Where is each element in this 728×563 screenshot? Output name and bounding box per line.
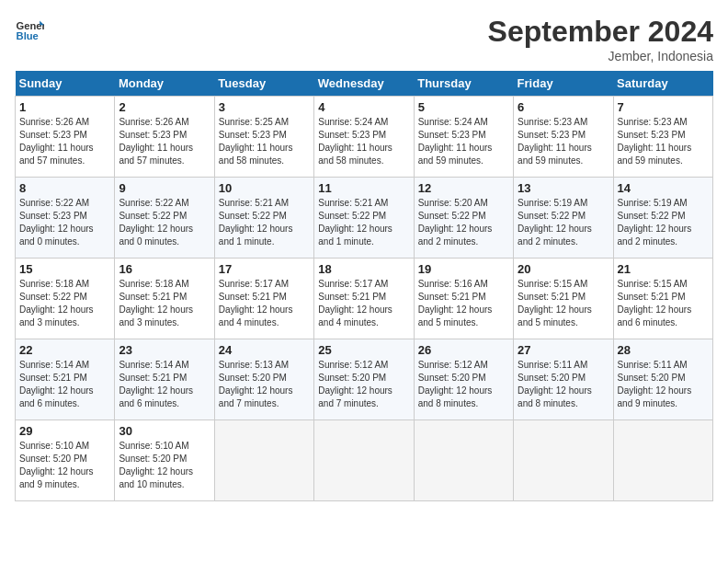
day-number: 6: [518, 100, 609, 114]
calendar-cell: 22Sunrise: 5:14 AMSunset: 5:21 PMDayligh…: [16, 339, 115, 420]
day-info: Sunrise: 5:19 AMSunset: 5:22 PMDaylight:…: [518, 197, 609, 248]
day-info: Sunrise: 5:19 AMSunset: 5:22 PMDaylight:…: [618, 197, 709, 248]
day-info: Sunrise: 5:18 AMSunset: 5:21 PMDaylight:…: [119, 278, 210, 329]
day-info: Sunrise: 5:16 AMSunset: 5:21 PMDaylight:…: [418, 278, 509, 329]
day-header-saturday: Saturday: [613, 71, 712, 97]
day-info: Sunrise: 5:24 AMSunset: 5:23 PMDaylight:…: [318, 116, 409, 167]
logo-icon: General Blue: [15, 15, 44, 44]
month-title: September 2024: [488, 15, 713, 49]
calendar-cell: 2Sunrise: 5:26 AMSunset: 5:23 PMDaylight…: [115, 97, 214, 178]
header: General Blue September 2024 Jember, Indo…: [15, 15, 713, 63]
day-header-friday: Friday: [514, 71, 613, 97]
calendar-cell: 11Sunrise: 5:21 AMSunset: 5:22 PMDayligh…: [314, 178, 414, 259]
day-number: 23: [119, 343, 210, 357]
day-number: 8: [19, 181, 110, 195]
calendar-cell: [314, 420, 414, 501]
day-info: Sunrise: 5:22 AMSunset: 5:23 PMDaylight:…: [19, 197, 110, 248]
day-number: 3: [219, 100, 310, 114]
day-number: 9: [119, 181, 210, 195]
day-number: 1: [19, 100, 110, 114]
day-number: 20: [518, 262, 609, 276]
day-number: 18: [318, 262, 409, 276]
day-header-tuesday: Tuesday: [214, 71, 313, 97]
calendar-table: SundayMondayTuesdayWednesdayThursdayFrid…: [15, 71, 713, 501]
title-area: September 2024 Jember, Indonesia: [488, 15, 713, 63]
calendar-week-2: 8Sunrise: 5:22 AMSunset: 5:23 PMDaylight…: [16, 178, 713, 259]
day-number: 13: [518, 181, 609, 195]
calendar-cell: 5Sunrise: 5:24 AMSunset: 5:23 PMDaylight…: [414, 97, 513, 178]
day-number: 5: [418, 100, 509, 114]
day-info: Sunrise: 5:26 AMSunset: 5:23 PMDaylight:…: [19, 116, 110, 167]
calendar-body: 1Sunrise: 5:26 AMSunset: 5:23 PMDaylight…: [16, 97, 713, 501]
calendar-cell: 1Sunrise: 5:26 AMSunset: 5:23 PMDaylight…: [16, 97, 115, 178]
day-header-monday: Monday: [115, 71, 214, 97]
calendar-cell: 30Sunrise: 5:10 AMSunset: 5:20 PMDayligh…: [115, 420, 214, 501]
day-number: 12: [418, 181, 509, 195]
day-info: Sunrise: 5:17 AMSunset: 5:21 PMDaylight:…: [219, 278, 310, 329]
day-number: 11: [318, 181, 409, 195]
day-number: 7: [618, 100, 709, 114]
logo: General Blue: [15, 15, 44, 44]
calendar-cell: [414, 420, 513, 501]
calendar-cell: 12Sunrise: 5:20 AMSunset: 5:22 PMDayligh…: [414, 178, 513, 259]
day-number: 24: [219, 343, 310, 357]
day-info: Sunrise: 5:22 AMSunset: 5:22 PMDaylight:…: [119, 197, 210, 248]
calendar-cell: 27Sunrise: 5:11 AMSunset: 5:20 PMDayligh…: [514, 339, 613, 420]
day-number: 19: [418, 262, 509, 276]
calendar-cell: 17Sunrise: 5:17 AMSunset: 5:21 PMDayligh…: [214, 259, 313, 339]
calendar-cell: 28Sunrise: 5:11 AMSunset: 5:20 PMDayligh…: [613, 339, 712, 420]
calendar-cell: [613, 420, 712, 501]
svg-text:Blue: Blue: [17, 30, 39, 41]
calendar-cell: 13Sunrise: 5:19 AMSunset: 5:22 PMDayligh…: [514, 178, 613, 259]
calendar-cell: 6Sunrise: 5:23 AMSunset: 5:23 PMDaylight…: [514, 97, 613, 178]
day-info: Sunrise: 5:17 AMSunset: 5:21 PMDaylight:…: [318, 278, 409, 329]
calendar-week-4: 22Sunrise: 5:14 AMSunset: 5:21 PMDayligh…: [16, 339, 713, 420]
day-info: Sunrise: 5:12 AMSunset: 5:20 PMDaylight:…: [418, 359, 509, 410]
calendar-cell: 7Sunrise: 5:23 AMSunset: 5:23 PMDaylight…: [613, 97, 712, 178]
calendar-cell: 26Sunrise: 5:12 AMSunset: 5:20 PMDayligh…: [414, 339, 513, 420]
calendar-week-1: 1Sunrise: 5:26 AMSunset: 5:23 PMDaylight…: [16, 97, 713, 178]
day-number: 14: [618, 181, 709, 195]
day-info: Sunrise: 5:21 AMSunset: 5:22 PMDaylight:…: [219, 197, 310, 248]
calendar-week-3: 15Sunrise: 5:18 AMSunset: 5:22 PMDayligh…: [16, 259, 713, 339]
calendar-cell: 24Sunrise: 5:13 AMSunset: 5:20 PMDayligh…: [214, 339, 313, 420]
day-info: Sunrise: 5:21 AMSunset: 5:22 PMDaylight:…: [318, 197, 409, 248]
day-info: Sunrise: 5:26 AMSunset: 5:23 PMDaylight:…: [119, 116, 210, 167]
calendar-cell: 14Sunrise: 5:19 AMSunset: 5:22 PMDayligh…: [613, 178, 712, 259]
calendar-header-row: SundayMondayTuesdayWednesdayThursdayFrid…: [16, 71, 713, 97]
day-number: 17: [219, 262, 310, 276]
calendar-cell: 10Sunrise: 5:21 AMSunset: 5:22 PMDayligh…: [214, 178, 313, 259]
day-info: Sunrise: 5:12 AMSunset: 5:20 PMDaylight:…: [318, 359, 409, 410]
day-info: Sunrise: 5:15 AMSunset: 5:21 PMDaylight:…: [618, 278, 709, 329]
day-header-thursday: Thursday: [414, 71, 513, 97]
day-info: Sunrise: 5:15 AMSunset: 5:21 PMDaylight:…: [518, 278, 609, 329]
calendar-cell: 18Sunrise: 5:17 AMSunset: 5:21 PMDayligh…: [314, 259, 414, 339]
calendar-cell: [214, 420, 313, 501]
day-info: Sunrise: 5:18 AMSunset: 5:22 PMDaylight:…: [19, 278, 110, 329]
calendar-cell: 4Sunrise: 5:24 AMSunset: 5:23 PMDaylight…: [314, 97, 414, 178]
day-number: 29: [19, 424, 110, 438]
day-info: Sunrise: 5:11 AMSunset: 5:20 PMDaylight:…: [618, 359, 709, 410]
day-number: 27: [518, 343, 609, 357]
day-info: Sunrise: 5:23 AMSunset: 5:23 PMDaylight:…: [618, 116, 709, 167]
day-number: 21: [618, 262, 709, 276]
calendar-week-5: 29Sunrise: 5:10 AMSunset: 5:20 PMDayligh…: [16, 420, 713, 501]
calendar-cell: 25Sunrise: 5:12 AMSunset: 5:20 PMDayligh…: [314, 339, 414, 420]
calendar-cell: 15Sunrise: 5:18 AMSunset: 5:22 PMDayligh…: [16, 259, 115, 339]
day-info: Sunrise: 5:14 AMSunset: 5:21 PMDaylight:…: [19, 359, 110, 410]
day-number: 30: [119, 424, 210, 438]
day-info: Sunrise: 5:25 AMSunset: 5:23 PMDaylight:…: [219, 116, 310, 167]
calendar-cell: [514, 420, 613, 501]
day-number: 26: [418, 343, 509, 357]
calendar-cell: 8Sunrise: 5:22 AMSunset: 5:23 PMDaylight…: [16, 178, 115, 259]
calendar-cell: 29Sunrise: 5:10 AMSunset: 5:20 PMDayligh…: [16, 420, 115, 501]
day-info: Sunrise: 5:11 AMSunset: 5:20 PMDaylight:…: [518, 359, 609, 410]
day-info: Sunrise: 5:10 AMSunset: 5:20 PMDaylight:…: [119, 440, 210, 491]
calendar-cell: 16Sunrise: 5:18 AMSunset: 5:21 PMDayligh…: [115, 259, 214, 339]
day-number: 4: [318, 100, 409, 114]
day-info: Sunrise: 5:20 AMSunset: 5:22 PMDaylight:…: [418, 197, 509, 248]
day-number: 15: [19, 262, 110, 276]
day-header-sunday: Sunday: [16, 71, 115, 97]
day-info: Sunrise: 5:10 AMSunset: 5:20 PMDaylight:…: [19, 440, 110, 491]
calendar-cell: 21Sunrise: 5:15 AMSunset: 5:21 PMDayligh…: [613, 259, 712, 339]
